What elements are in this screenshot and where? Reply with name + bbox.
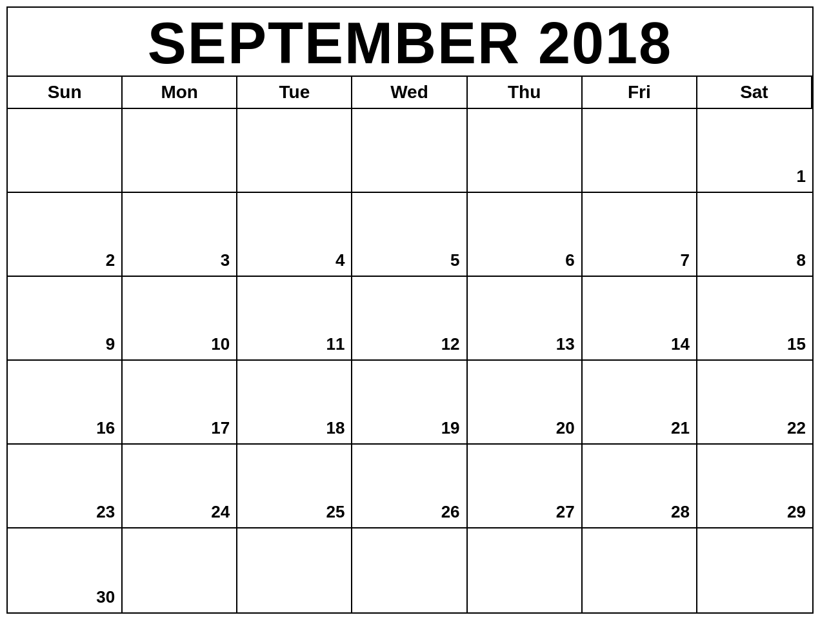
empty-cell bbox=[697, 528, 812, 612]
day-number: 14 bbox=[671, 334, 690, 354]
empty-cell bbox=[237, 528, 352, 612]
day-number: 7 bbox=[680, 250, 689, 270]
empty-cell bbox=[468, 528, 583, 612]
day-cell-17: 17 bbox=[123, 361, 237, 445]
empty-cell bbox=[237, 109, 352, 193]
day-cell-6: 6 bbox=[468, 193, 583, 277]
day-cell-2: 2 bbox=[8, 193, 123, 277]
day-number: 11 bbox=[326, 334, 345, 354]
day-number: 4 bbox=[335, 250, 345, 270]
day-cell-10: 10 bbox=[123, 277, 237, 361]
day-cell-27: 27 bbox=[468, 445, 583, 528]
day-cell-13: 13 bbox=[468, 277, 583, 361]
day-cell-3: 3 bbox=[123, 193, 237, 277]
day-cell-25: 25 bbox=[237, 445, 352, 528]
day-header-wed: Wed bbox=[352, 77, 467, 109]
day-cell-29: 29 bbox=[697, 445, 812, 528]
calendar-grid: SunMonTueWedThuFriSat1234567891011121314… bbox=[8, 77, 812, 612]
day-number: 13 bbox=[556, 334, 575, 354]
calendar: SEPTEMBER 2018 SunMonTueWedThuFriSat1234… bbox=[6, 6, 814, 614]
empty-cell bbox=[8, 109, 123, 193]
day-cell-9: 9 bbox=[8, 277, 123, 361]
empty-cell bbox=[352, 109, 467, 193]
day-cell-19: 19 bbox=[352, 361, 467, 445]
day-number: 22 bbox=[787, 418, 806, 438]
day-number: 21 bbox=[671, 418, 690, 438]
day-cell-7: 7 bbox=[583, 193, 697, 277]
empty-cell bbox=[123, 528, 237, 612]
day-cell-21: 21 bbox=[583, 361, 697, 445]
day-header-thu: Thu bbox=[468, 77, 583, 109]
day-cell-16: 16 bbox=[8, 361, 123, 445]
empty-cell bbox=[583, 109, 697, 193]
day-number: 28 bbox=[671, 502, 690, 522]
day-number: 27 bbox=[556, 502, 575, 522]
day-cell-23: 23 bbox=[8, 445, 123, 528]
day-header-sun: Sun bbox=[8, 77, 123, 109]
day-cell-4: 4 bbox=[237, 193, 352, 277]
day-number: 23 bbox=[96, 502, 115, 522]
day-cell-20: 20 bbox=[468, 361, 583, 445]
day-number: 5 bbox=[450, 250, 459, 270]
day-number: 12 bbox=[441, 334, 460, 354]
day-cell-5: 5 bbox=[352, 193, 467, 277]
day-number: 24 bbox=[211, 502, 230, 522]
day-cell-11: 11 bbox=[237, 277, 352, 361]
day-number: 9 bbox=[106, 334, 115, 354]
day-header-sat: Sat bbox=[697, 77, 812, 109]
day-number: 17 bbox=[211, 418, 230, 438]
day-number: 18 bbox=[326, 418, 345, 438]
empty-cell bbox=[468, 109, 583, 193]
day-number: 1 bbox=[797, 166, 806, 186]
day-number: 30 bbox=[96, 587, 115, 607]
day-number: 2 bbox=[106, 250, 115, 270]
empty-cell bbox=[352, 528, 467, 612]
calendar-title: SEPTEMBER 2018 bbox=[8, 8, 812, 77]
day-number: 10 bbox=[211, 334, 230, 354]
day-header-fri: Fri bbox=[583, 77, 697, 109]
day-header-tue: Tue bbox=[237, 77, 352, 109]
day-number: 25 bbox=[326, 502, 345, 522]
day-cell-26: 26 bbox=[352, 445, 467, 528]
day-cell-30: 30 bbox=[8, 528, 123, 612]
day-cell-24: 24 bbox=[123, 445, 237, 528]
day-header-mon: Mon bbox=[123, 77, 237, 109]
empty-cell bbox=[123, 109, 237, 193]
day-number: 3 bbox=[221, 250, 230, 270]
day-cell-1: 1 bbox=[697, 109, 812, 193]
day-number: 26 bbox=[441, 502, 460, 522]
day-number: 16 bbox=[96, 418, 115, 438]
day-cell-15: 15 bbox=[697, 277, 812, 361]
empty-cell bbox=[583, 528, 697, 612]
day-cell-28: 28 bbox=[583, 445, 697, 528]
day-number: 29 bbox=[787, 502, 806, 522]
day-number: 8 bbox=[797, 250, 806, 270]
day-cell-22: 22 bbox=[697, 361, 812, 445]
day-number: 20 bbox=[556, 418, 575, 438]
day-cell-18: 18 bbox=[237, 361, 352, 445]
day-cell-8: 8 bbox=[697, 193, 812, 277]
day-cell-12: 12 bbox=[352, 277, 467, 361]
day-number: 19 bbox=[441, 418, 460, 438]
day-number: 6 bbox=[565, 250, 574, 270]
day-number: 15 bbox=[787, 334, 806, 354]
day-cell-14: 14 bbox=[583, 277, 697, 361]
